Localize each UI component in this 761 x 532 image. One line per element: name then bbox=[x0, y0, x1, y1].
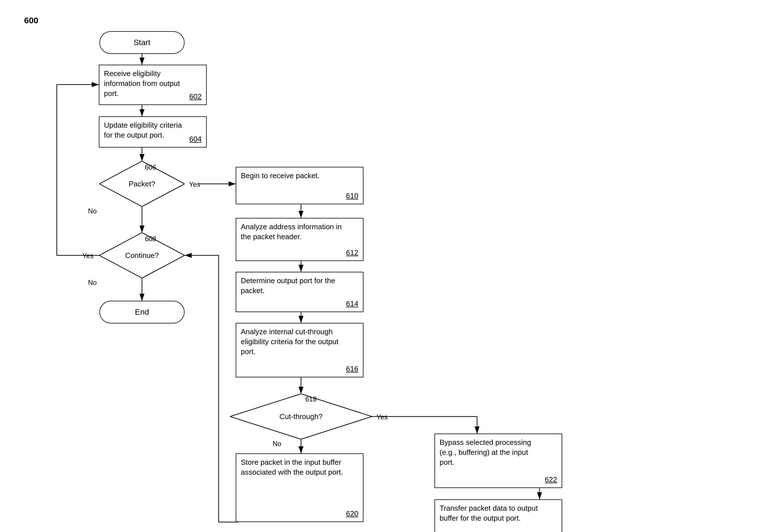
box622-ref: 622 bbox=[545, 475, 557, 484]
start-label: Start bbox=[134, 38, 150, 47]
diamond608: Continue? 608 Yes No bbox=[99, 233, 185, 278]
box610-text: Begin to receive packet. bbox=[241, 171, 343, 181]
diamond618: Cut-through? 618 Yes No bbox=[230, 394, 372, 439]
diamond618-no: No bbox=[272, 440, 281, 448]
box616: Analyze internal cut-through eligibility… bbox=[236, 323, 364, 377]
diagram-title: 600 bbox=[24, 16, 38, 25]
box620-text: Store packet in the input buffer associa… bbox=[241, 457, 343, 477]
diamond606-no: No bbox=[88, 207, 97, 215]
box602-ref: 602 bbox=[189, 92, 202, 101]
box602: Receive eligibility information from out… bbox=[99, 65, 207, 105]
box624-text: Transfer packet data to output buffer fo… bbox=[439, 503, 542, 523]
start-node: Start bbox=[99, 31, 185, 54]
svg-marker-16 bbox=[99, 233, 185, 278]
diamond608-ref: 608 bbox=[145, 235, 156, 243]
box604: Update eligibility criteria for the outp… bbox=[99, 116, 207, 147]
diamond608-no: No bbox=[88, 279, 97, 287]
box612-ref: 612 bbox=[346, 248, 358, 257]
box620: Store packet in the input buffer associa… bbox=[236, 453, 364, 522]
box614-text: Determine output port for the packet. bbox=[241, 276, 343, 296]
diamond618-ref: 618 bbox=[305, 395, 317, 403]
box602-text: Receive eligibility information from out… bbox=[104, 69, 187, 98]
diamond606-ref: 606 bbox=[145, 163, 156, 171]
end-label: End bbox=[135, 307, 149, 317]
diamond606: Packet? 606 Yes No bbox=[99, 161, 185, 207]
box624: Transfer packet data to output buffer fo… bbox=[435, 499, 562, 532]
box610-ref: 610 bbox=[346, 191, 358, 200]
diagram-container: 600 bbox=[0, 0, 761, 532]
diamond608-yes: Yes bbox=[82, 252, 93, 260]
box614: Determine output port for the packet. 61… bbox=[236, 272, 364, 312]
svg-marker-15 bbox=[99, 161, 185, 207]
box622-text: Bypass selected processing (e.g., buffer… bbox=[439, 438, 542, 467]
diamond618-yes: Yes bbox=[377, 413, 387, 421]
box604-text: Update eligibility criteria for the outp… bbox=[104, 120, 187, 140]
box622: Bypass selected processing (e.g., buffer… bbox=[435, 434, 562, 488]
diamond606-yes: Yes bbox=[189, 181, 200, 188]
box620-ref: 620 bbox=[346, 509, 358, 518]
box612: Analyze address information in the packe… bbox=[236, 218, 364, 261]
box616-ref: 616 bbox=[346, 365, 358, 373]
box610: Begin to receive packet. 610 bbox=[236, 167, 364, 204]
svg-marker-17 bbox=[230, 394, 372, 439]
box612-text: Analyze address information in the packe… bbox=[241, 222, 343, 242]
box614-ref: 614 bbox=[346, 299, 358, 308]
box604-ref: 604 bbox=[189, 135, 202, 143]
box616-text: Analyze internal cut-through eligibility… bbox=[241, 327, 343, 357]
end-node: End bbox=[99, 301, 185, 323]
